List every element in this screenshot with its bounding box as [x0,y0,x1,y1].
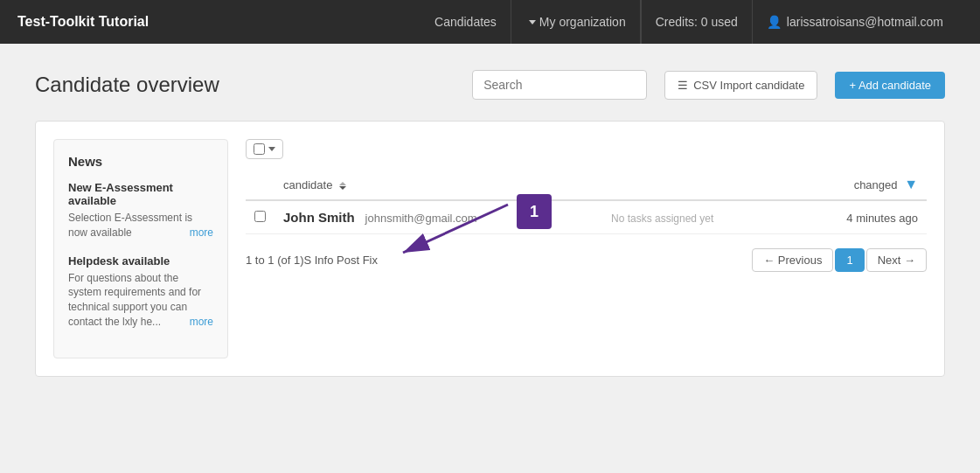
sort-icons [339,182,346,190]
dropdown-arrow-icon [268,147,275,151]
pagination: ← Previous 1 Next → [752,248,927,272]
filter-icon[interactable]: ▼ [904,177,918,191]
list-icon: ☰ [678,79,688,92]
news-item-2: Helpdesk available For questions about t… [68,254,213,330]
news-title: News [68,154,213,169]
candidate-table-container: candidate changed ▼ [246,170,927,234]
navbar-brand: Test-Toolkit Tutorial [17,14,149,30]
prev-page-button[interactable]: ← Previous [752,248,833,272]
main-content: Candidate overview ☰ CSV Import candidat… [0,44,980,403]
content-card: News New E-Assessment available Selectio… [35,121,945,377]
select-all-checkbox[interactable] [254,143,265,155]
col-candidate[interactable]: candidate [275,170,602,200]
navbar: Test-Toolkit Tutorial Candidates My orga… [0,0,980,44]
news-item-2-body: For questions about the system requireme… [68,271,213,330]
row-checkbox[interactable] [254,211,266,222]
changed-time: 4 minutes ago [846,212,918,225]
news-item-1-title: New E-Assessment available [68,181,213,207]
navbar-link-candidates[interactable]: Candidates [420,0,511,44]
navbar-org-label: My organization [539,15,626,29]
table-row: John Smith johnsmith@gmail.com No tasks … [246,200,927,234]
current-page-button[interactable]: 1 [835,248,864,272]
col-checkbox [246,170,275,200]
navbar-user[interactable]: 👤 larissatroisans@hotmail.com [753,0,963,44]
user-icon: 👤 [767,15,782,29]
col-changed[interactable]: changed ▼ [789,170,927,200]
page-header: Candidate overview ☰ CSV Import candidat… [35,70,945,100]
row-no-tasks-cell: No tasks assigned yet [602,200,789,234]
row-candidate-cell: John Smith johnsmith@gmail.com [275,200,602,234]
page-title: Candidate overview [35,73,219,97]
news-sidebar: News New E-Assessment available Selectio… [53,139,228,358]
navbar-links: Candidates My organization Credits: 0 us… [420,0,963,44]
no-tasks-label: No tasks assigned yet [611,212,713,225]
row-changed-cell: 4 minutes ago [789,200,927,234]
candidate-name[interactable]: John Smith [283,210,355,225]
navbar-user-email: larissatroisans@hotmail.com [787,15,943,29]
sort-down-icon [339,186,346,190]
next-page-button[interactable]: Next → [866,248,927,272]
news-item-1-body: Selection E-Assessment is now available … [68,211,213,240]
select-all-dropdown[interactable] [246,139,283,159]
navbar-credits: Credits: 0 used [641,0,753,44]
news-item-2-title: Helpdesk available [68,254,213,268]
news-item-2-more[interactable]: more [190,315,213,330]
caret-icon [529,20,536,24]
navbar-link-my-organization[interactable]: My organization [511,0,641,44]
candidate-email: johnsmith@gmail.com [365,212,477,225]
candidate-section: candidate changed ▼ [246,139,927,358]
add-candidate-button[interactable]: + Add candidate [835,72,945,99]
search-input[interactable] [472,70,647,100]
sort-up-icon [339,182,346,185]
table-footer: 1 to 1 (of 1)S Info Post Fix ← Previous … [246,248,927,272]
csv-import-button[interactable]: ☰ CSV Import candidate [664,71,817,100]
col-no-tasks [602,170,789,200]
news-item-1: New E-Assessment available Selection E-A… [68,181,213,240]
table-toolbar [246,139,927,159]
candidate-table: candidate changed ▼ [246,170,927,234]
row-checkbox-cell [246,200,275,234]
news-item-1-more[interactable]: more [190,226,213,240]
table-header-row: candidate changed ▼ [246,170,927,200]
navbar-candidates-label: Candidates [434,15,497,29]
pagination-info: 1 to 1 (of 1)S Info Post Fix [246,254,378,267]
